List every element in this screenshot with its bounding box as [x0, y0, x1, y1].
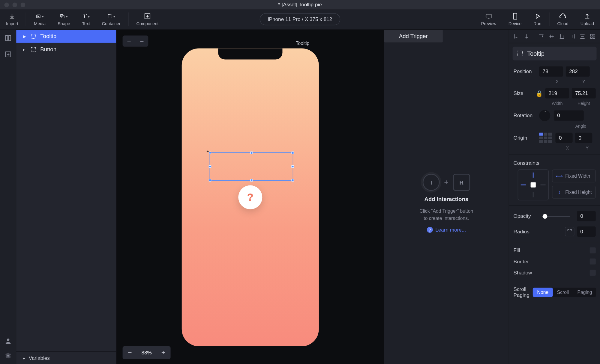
- resize-handle[interactable]: [250, 179, 253, 182]
- component-icon: [144, 12, 152, 20]
- selection-box[interactable]: ✦: [210, 152, 293, 181]
- resize-handle[interactable]: [291, 179, 294, 182]
- container-icon: [30, 33, 36, 39]
- toolbar: Import ▾ Media ▾ Shape T▾ Text ▾ Contain…: [0, 9, 600, 29]
- fixed-height-toggle[interactable]: ↕ Fixed Height: [552, 186, 596, 199]
- response-icon[interactable]: R: [453, 174, 470, 191]
- align-row: [509, 30, 600, 43]
- scroll-paging-row: Scroll Paging None Scroll Paging: [509, 284, 600, 301]
- align-bottom-icon[interactable]: [558, 32, 566, 40]
- run-button[interactable]: Run: [527, 9, 547, 29]
- expand-arrow-icon[interactable]: ▶: [23, 34, 26, 38]
- media-button[interactable]: ▾ Media: [28, 9, 52, 29]
- upload-button[interactable]: Upload: [574, 9, 600, 29]
- help-button[interactable]: ?: [238, 185, 262, 209]
- resize-handle[interactable]: [291, 152, 294, 154]
- tidy-icon[interactable]: [589, 32, 597, 40]
- add-page-button[interactable]: [4, 50, 12, 59]
- origin-x-input[interactable]: [555, 133, 572, 143]
- svg-rect-7: [5, 36, 8, 41]
- rotation-dial[interactable]: [539, 110, 550, 121]
- fill-row[interactable]: Fill: [509, 245, 600, 256]
- border-row[interactable]: Border: [509, 256, 600, 267]
- align-top-icon[interactable]: [537, 32, 545, 40]
- import-button[interactable]: Import: [0, 9, 24, 29]
- border-swatch[interactable]: [590, 259, 596, 265]
- opacity-input[interactable]: [577, 211, 596, 221]
- size-row: Size 🔓: [509, 86, 600, 101]
- layer-row-tooltip[interactable]: ▶ Tooltip: [16, 30, 116, 43]
- constraints-box[interactable]: [518, 170, 549, 200]
- device-selector[interactable]: iPhone 11 Pro / X 375 x 812: [260, 13, 340, 25]
- shape-button[interactable]: ▾ Shape: [52, 9, 76, 29]
- cloud-icon: [559, 12, 567, 20]
- resize-handle[interactable]: [250, 152, 253, 154]
- canvas[interactable]: ← → Tooltip ✦ ? − 88% +: [117, 30, 384, 364]
- cloud-button[interactable]: Cloud: [551, 9, 574, 29]
- nav-forward-button[interactable]: →: [135, 36, 148, 47]
- layer-row-button[interactable]: ▸ Button: [16, 43, 116, 56]
- divider: [128, 12, 128, 26]
- scroll-tab-none[interactable]: None: [533, 288, 553, 297]
- settings-icon[interactable]: [4, 351, 12, 360]
- preview-button[interactable]: Preview: [475, 9, 502, 29]
- component-button[interactable]: Component: [130, 9, 165, 29]
- expand-arrow-icon: ▸: [23, 356, 25, 360]
- align-left-icon[interactable]: [513, 32, 520, 40]
- scroll-tab-scroll[interactable]: Scroll: [553, 288, 573, 297]
- user-icon[interactable]: [4, 337, 12, 345]
- device-notch: [218, 48, 282, 59]
- lock-aspect-icon[interactable]: 🔓: [536, 90, 542, 96]
- radius-input[interactable]: [577, 226, 596, 237]
- zoom-out-button[interactable]: −: [123, 349, 137, 357]
- radius-corners-icon[interactable]: ⌜⌝: [565, 227, 574, 236]
- svg-rect-16: [593, 37, 595, 38]
- container-icon: ▾: [107, 12, 115, 20]
- inspector-panel: Tooltip Position XY Size 🔓 WidthHeight R…: [509, 30, 600, 364]
- fixed-width-toggle[interactable]: ⟷ Fixed Width: [552, 170, 596, 182]
- device-button[interactable]: Device: [502, 9, 528, 29]
- close-window[interactable]: [4, 2, 9, 7]
- position-y-input[interactable]: [566, 66, 590, 76]
- selected-layer-header[interactable]: Tooltip: [513, 47, 597, 61]
- origin-y-input[interactable]: [575, 133, 592, 143]
- resize-handle[interactable]: [291, 165, 294, 168]
- svg-rect-3: [108, 14, 112, 18]
- distribute-v-icon[interactable]: [579, 32, 586, 40]
- zoom-control: − 88% +: [123, 346, 171, 359]
- variables-footer[interactable]: ▸ Variables: [16, 351, 116, 364]
- trigger-icon[interactable]: T: [423, 174, 440, 191]
- add-trigger-button[interactable]: Add Trigger: [384, 30, 443, 43]
- text-button[interactable]: T▾ Text: [76, 9, 96, 29]
- pages-panel-button[interactable]: [4, 34, 12, 43]
- shadow-row[interactable]: Shadow: [509, 267, 600, 278]
- origin-grid[interactable]: [539, 133, 552, 143]
- align-center-icon[interactable]: [523, 32, 531, 40]
- position-x-input[interactable]: [539, 66, 563, 76]
- divider: [26, 12, 26, 26]
- learn-more-link[interactable]: ? Learn more...: [427, 227, 466, 233]
- zoom-window[interactable]: [21, 2, 26, 7]
- align-middle-icon[interactable]: [548, 32, 556, 40]
- resize-handle[interactable]: [209, 179, 212, 182]
- minimize-window[interactable]: [12, 2, 17, 7]
- divider: [549, 12, 549, 26]
- device-icon: [511, 12, 519, 20]
- scroll-tab-paging[interactable]: Paging: [573, 288, 596, 297]
- nav-back-button[interactable]: ←: [123, 36, 136, 47]
- resize-handle[interactable]: [209, 165, 212, 168]
- expand-arrow-icon[interactable]: ▸: [23, 47, 26, 52]
- container-button[interactable]: ▾ Container: [96, 9, 127, 29]
- shadow-swatch[interactable]: [590, 270, 596, 276]
- resize-handle[interactable]: [209, 152, 212, 154]
- constraints-section: Constraints ⟷ Fixed Width ↕ Fixed Height: [509, 158, 600, 203]
- zoom-value[interactable]: 88%: [137, 350, 156, 356]
- zoom-in-button[interactable]: +: [156, 349, 171, 357]
- width-input[interactable]: [545, 88, 569, 98]
- rotation-input[interactable]: [554, 111, 584, 121]
- height-input[interactable]: [572, 88, 596, 98]
- fill-swatch[interactable]: [590, 247, 596, 253]
- traffic-lights: [4, 2, 25, 7]
- distribute-h-icon[interactable]: [568, 32, 576, 40]
- opacity-slider[interactable]: [543, 215, 570, 217]
